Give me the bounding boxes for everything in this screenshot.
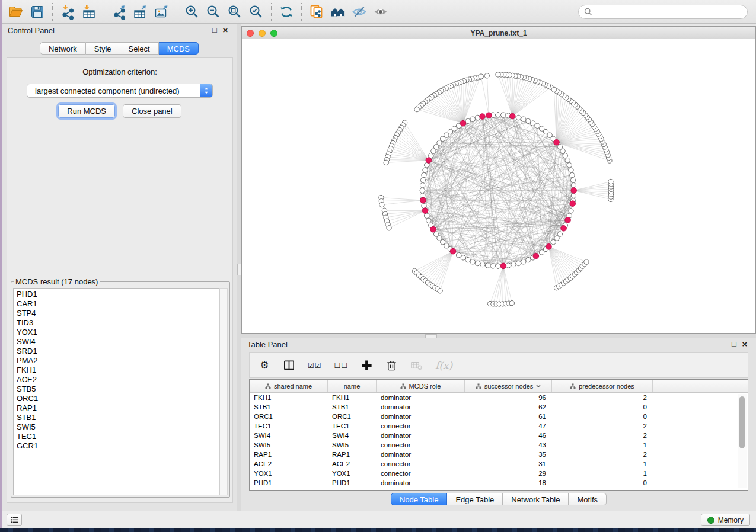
mcds-result-item[interactable]: CAR1 bbox=[14, 299, 219, 309]
column-header-successor-nodes[interactable]: successor nodes bbox=[465, 380, 552, 392]
save-button[interactable] bbox=[27, 2, 48, 21]
mcds-result-item[interactable]: ORC1 bbox=[14, 394, 219, 403]
tab-edge-table[interactable]: Edge Table bbox=[447, 493, 503, 505]
vertical-splitter[interactable] bbox=[237, 24, 241, 511]
table-cell: connector bbox=[377, 460, 465, 467]
mcds-result-item[interactable]: PHD1 bbox=[14, 290, 219, 299]
unselect-all-button[interactable]: ☐☐ bbox=[334, 358, 349, 373]
float-panel-icon[interactable]: □ bbox=[209, 25, 220, 36]
mcds-result-title: MCDS result (17 nodes) bbox=[14, 277, 100, 286]
hide-selected-button[interactable] bbox=[349, 2, 370, 21]
table-settings-button[interactable]: ⚙ bbox=[259, 358, 270, 373]
table-cell: 1 bbox=[552, 460, 653, 467]
mcds-result-item[interactable]: PMA2 bbox=[14, 356, 219, 366]
mcds-result-item[interactable]: TID3 bbox=[14, 318, 219, 328]
table-row[interactable]: PHD1PHD1dominator180 bbox=[250, 478, 748, 488]
duplicate-network-button[interactable] bbox=[306, 2, 327, 21]
add-column-button[interactable] bbox=[361, 358, 373, 373]
zoom-out-button[interactable] bbox=[203, 2, 224, 21]
refresh-view-button[interactable] bbox=[276, 2, 297, 21]
table-scrollbar[interactable] bbox=[738, 394, 747, 488]
export-image-button[interactable] bbox=[151, 2, 173, 21]
close-panel-icon[interactable]: × bbox=[739, 339, 750, 350]
table-cell: 18 bbox=[465, 479, 552, 486]
mcds-result-item[interactable]: SWI5 bbox=[14, 422, 219, 432]
table-cell: SWI5 bbox=[328, 441, 377, 448]
export-network-button[interactable] bbox=[109, 2, 130, 21]
delete-table-button[interactable] bbox=[410, 358, 423, 373]
close-panel-button[interactable]: Close panel bbox=[123, 104, 181, 118]
toolbar-separator bbox=[104, 3, 104, 21]
table-cell: RAP1 bbox=[328, 451, 377, 458]
first-neighbors-button[interactable] bbox=[327, 2, 349, 21]
mcds-result-item[interactable]: STB1 bbox=[14, 413, 219, 422]
table-cell: dominator bbox=[377, 479, 465, 486]
mcds-result-item[interactable]: GCR1 bbox=[14, 441, 219, 451]
task-history-button[interactable] bbox=[7, 514, 22, 526]
mcds-result-item[interactable]: FKH1 bbox=[14, 366, 219, 375]
close-panel-icon[interactable]: × bbox=[220, 25, 231, 36]
table-row[interactable]: FKH1FKH1dominator962 bbox=[250, 393, 748, 402]
import-table-button[interactable] bbox=[78, 2, 100, 21]
mcds-result-item[interactable]: TEC1 bbox=[14, 432, 219, 441]
zoom-selected-button[interactable] bbox=[245, 2, 267, 21]
memory-button[interactable]: Memory bbox=[701, 514, 750, 526]
zoom-fit-button[interactable] bbox=[224, 2, 245, 21]
mcds-result-item[interactable]: ACE2 bbox=[14, 375, 219, 384]
mcds-result-item[interactable]: STP4 bbox=[14, 309, 219, 318]
table-row[interactable]: YOX1YOX1connector291 bbox=[250, 469, 748, 478]
column-header-shared-name[interactable]: shared name bbox=[250, 380, 328, 392]
tab-node-table[interactable]: Node Table bbox=[391, 493, 448, 505]
table-cell: STB1 bbox=[250, 403, 328, 411]
network-canvas[interactable] bbox=[242, 39, 755, 333]
list-scrollbar[interactable] bbox=[219, 288, 228, 495]
tab-mcds[interactable]: MCDS bbox=[159, 42, 199, 55]
table-tabbar: Node TableEdge TableNetwork TableMotifs bbox=[241, 493, 756, 505]
export-table-button[interactable] bbox=[130, 2, 151, 21]
run-mcds-button[interactable]: Run MCDS bbox=[58, 104, 115, 118]
search-input[interactable] bbox=[595, 7, 742, 17]
table-cell: 96 bbox=[465, 394, 552, 401]
table-row[interactable]: SWI4SWI4dominator462 bbox=[250, 431, 748, 440]
float-panel-icon[interactable]: □ bbox=[729, 339, 739, 350]
mcds-result-item[interactable]: RAP1 bbox=[14, 403, 219, 413]
column-header-name[interactable]: name bbox=[328, 380, 377, 392]
tab-style[interactable]: Style bbox=[86, 42, 120, 55]
table-row[interactable]: SWI5SWI5connector431 bbox=[250, 440, 748, 450]
mcds-result-item[interactable]: SRD1 bbox=[14, 347, 219, 356]
column-type-icon bbox=[265, 383, 271, 389]
search-box bbox=[578, 5, 748, 19]
mcds-result-item[interactable]: STB5 bbox=[14, 384, 219, 394]
import-network-button[interactable] bbox=[57, 2, 78, 21]
table-row[interactable]: STB1STB1dominator620 bbox=[250, 402, 748, 412]
table-row[interactable]: ORC1ORC1dominator610 bbox=[250, 412, 748, 421]
mcds-tab-content: Optimization criterion: largest connecte… bbox=[7, 57, 233, 503]
scrollbar-thumb[interactable] bbox=[739, 396, 745, 448]
column-header-MCDS-role[interactable]: MCDS role bbox=[377, 380, 465, 392]
plus-icon bbox=[361, 359, 373, 371]
delete-column-button[interactable] bbox=[385, 358, 398, 373]
table-cell: PHD1 bbox=[328, 479, 377, 486]
column-header-predecessor-nodes[interactable]: predecessor nodes bbox=[552, 380, 653, 392]
table-body: FKH1FKH1dominator962STB1STB1dominator620… bbox=[250, 393, 748, 488]
criterion-dropdown[interactable]: largest connected component (undirected) bbox=[27, 84, 213, 98]
show-all-button[interactable] bbox=[370, 2, 391, 21]
tab-network-table[interactable]: Network Table bbox=[503, 493, 569, 505]
zoom-in-button[interactable] bbox=[181, 2, 203, 21]
table-row[interactable]: TEC1TEC1connector472 bbox=[250, 421, 748, 431]
function-builder-button[interactable]: f(x) bbox=[435, 358, 452, 373]
table-cell: ACE2 bbox=[328, 460, 377, 467]
main-toolbar bbox=[2, 0, 756, 24]
mcds-result-item[interactable]: SWI4 bbox=[14, 337, 219, 347]
horizontal-splitter[interactable] bbox=[241, 334, 756, 338]
table-cell: 29 bbox=[465, 470, 552, 477]
open-file-button[interactable] bbox=[5, 2, 27, 21]
tab-network[interactable]: Network bbox=[40, 42, 86, 55]
select-all-button[interactable]: ☑☑ bbox=[308, 358, 322, 373]
tab-motifs[interactable]: Motifs bbox=[569, 493, 607, 505]
column-visibility-button[interactable] bbox=[283, 358, 295, 373]
tab-select[interactable]: Select bbox=[120, 42, 159, 55]
table-row[interactable]: ACE2ACE2connector311 bbox=[250, 459, 748, 469]
table-row[interactable]: RAP1RAP1dominator352 bbox=[250, 450, 748, 459]
mcds-result-item[interactable]: YOX1 bbox=[14, 328, 219, 337]
